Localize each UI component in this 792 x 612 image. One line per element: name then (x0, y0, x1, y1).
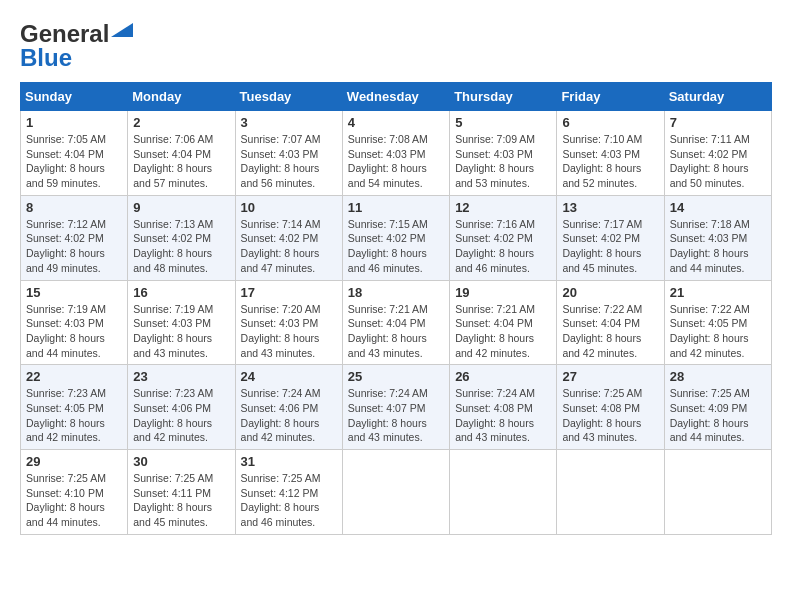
calendar-cell: 16Sunrise: 7:19 AMSunset: 4:03 PMDayligh… (128, 280, 235, 365)
calendar-cell: 5Sunrise: 7:09 AMSunset: 4:03 PMDaylight… (450, 111, 557, 196)
calendar-cell: 25Sunrise: 7:24 AMSunset: 4:07 PMDayligh… (342, 365, 449, 450)
weekday-header-tuesday: Tuesday (235, 83, 342, 111)
day-number: 5 (455, 115, 551, 130)
calendar-cell: 20Sunrise: 7:22 AMSunset: 4:04 PMDayligh… (557, 280, 664, 365)
day-number: 29 (26, 454, 122, 469)
calendar-week-2: 8Sunrise: 7:12 AMSunset: 4:02 PMDaylight… (21, 195, 772, 280)
day-info: Sunrise: 7:25 AMSunset: 4:09 PMDaylight:… (670, 386, 766, 445)
day-number: 22 (26, 369, 122, 384)
logo: General Blue (20, 20, 133, 72)
day-info: Sunrise: 7:25 AMSunset: 4:10 PMDaylight:… (26, 471, 122, 530)
day-number: 8 (26, 200, 122, 215)
calendar-cell: 6Sunrise: 7:10 AMSunset: 4:03 PMDaylight… (557, 111, 664, 196)
day-number: 17 (241, 285, 337, 300)
day-info: Sunrise: 7:18 AMSunset: 4:03 PMDaylight:… (670, 217, 766, 276)
day-number: 11 (348, 200, 444, 215)
day-info: Sunrise: 7:19 AMSunset: 4:03 PMDaylight:… (26, 302, 122, 361)
svg-marker-0 (111, 23, 133, 37)
day-info: Sunrise: 7:24 AMSunset: 4:06 PMDaylight:… (241, 386, 337, 445)
weekday-header-thursday: Thursday (450, 83, 557, 111)
calendar-cell (342, 450, 449, 535)
day-info: Sunrise: 7:24 AMSunset: 4:07 PMDaylight:… (348, 386, 444, 445)
day-number: 24 (241, 369, 337, 384)
calendar-cell: 14Sunrise: 7:18 AMSunset: 4:03 PMDayligh… (664, 195, 771, 280)
logo-icon (111, 19, 133, 41)
day-number: 2 (133, 115, 229, 130)
day-number: 31 (241, 454, 337, 469)
day-info: Sunrise: 7:12 AMSunset: 4:02 PMDaylight:… (26, 217, 122, 276)
day-info: Sunrise: 7:23 AMSunset: 4:05 PMDaylight:… (26, 386, 122, 445)
logo-blue: Blue (20, 44, 72, 72)
day-info: Sunrise: 7:10 AMSunset: 4:03 PMDaylight:… (562, 132, 658, 191)
calendar-cell: 9Sunrise: 7:13 AMSunset: 4:02 PMDaylight… (128, 195, 235, 280)
day-number: 26 (455, 369, 551, 384)
calendar-cell: 31Sunrise: 7:25 AMSunset: 4:12 PMDayligh… (235, 450, 342, 535)
day-info: Sunrise: 7:09 AMSunset: 4:03 PMDaylight:… (455, 132, 551, 191)
weekday-header-saturday: Saturday (664, 83, 771, 111)
day-number: 4 (348, 115, 444, 130)
calendar-cell: 7Sunrise: 7:11 AMSunset: 4:02 PMDaylight… (664, 111, 771, 196)
weekday-header-wednesday: Wednesday (342, 83, 449, 111)
day-number: 6 (562, 115, 658, 130)
day-info: Sunrise: 7:21 AMSunset: 4:04 PMDaylight:… (455, 302, 551, 361)
calendar-cell: 19Sunrise: 7:21 AMSunset: 4:04 PMDayligh… (450, 280, 557, 365)
day-info: Sunrise: 7:17 AMSunset: 4:02 PMDaylight:… (562, 217, 658, 276)
day-number: 13 (562, 200, 658, 215)
day-info: Sunrise: 7:06 AMSunset: 4:04 PMDaylight:… (133, 132, 229, 191)
day-number: 16 (133, 285, 229, 300)
calendar-cell: 18Sunrise: 7:21 AMSunset: 4:04 PMDayligh… (342, 280, 449, 365)
day-number: 10 (241, 200, 337, 215)
calendar-cell: 4Sunrise: 7:08 AMSunset: 4:03 PMDaylight… (342, 111, 449, 196)
header: General Blue (20, 20, 772, 72)
day-number: 21 (670, 285, 766, 300)
weekday-header-friday: Friday (557, 83, 664, 111)
day-info: Sunrise: 7:07 AMSunset: 4:03 PMDaylight:… (241, 132, 337, 191)
day-number: 9 (133, 200, 229, 215)
calendar-cell: 23Sunrise: 7:23 AMSunset: 4:06 PMDayligh… (128, 365, 235, 450)
day-number: 20 (562, 285, 658, 300)
calendar-cell (450, 450, 557, 535)
calendar-week-5: 29Sunrise: 7:25 AMSunset: 4:10 PMDayligh… (21, 450, 772, 535)
day-number: 3 (241, 115, 337, 130)
day-info: Sunrise: 7:05 AMSunset: 4:04 PMDaylight:… (26, 132, 122, 191)
day-info: Sunrise: 7:22 AMSunset: 4:05 PMDaylight:… (670, 302, 766, 361)
calendar-cell (557, 450, 664, 535)
calendar-cell: 12Sunrise: 7:16 AMSunset: 4:02 PMDayligh… (450, 195, 557, 280)
calendar-cell: 11Sunrise: 7:15 AMSunset: 4:02 PMDayligh… (342, 195, 449, 280)
calendar-cell: 21Sunrise: 7:22 AMSunset: 4:05 PMDayligh… (664, 280, 771, 365)
day-info: Sunrise: 7:21 AMSunset: 4:04 PMDaylight:… (348, 302, 444, 361)
day-number: 19 (455, 285, 551, 300)
day-info: Sunrise: 7:11 AMSunset: 4:02 PMDaylight:… (670, 132, 766, 191)
calendar-week-3: 15Sunrise: 7:19 AMSunset: 4:03 PMDayligh… (21, 280, 772, 365)
calendar-cell: 1Sunrise: 7:05 AMSunset: 4:04 PMDaylight… (21, 111, 128, 196)
calendar-cell: 28Sunrise: 7:25 AMSunset: 4:09 PMDayligh… (664, 365, 771, 450)
day-number: 14 (670, 200, 766, 215)
day-info: Sunrise: 7:22 AMSunset: 4:04 PMDaylight:… (562, 302, 658, 361)
day-info: Sunrise: 7:20 AMSunset: 4:03 PMDaylight:… (241, 302, 337, 361)
day-number: 23 (133, 369, 229, 384)
calendar-cell: 15Sunrise: 7:19 AMSunset: 4:03 PMDayligh… (21, 280, 128, 365)
day-info: Sunrise: 7:13 AMSunset: 4:02 PMDaylight:… (133, 217, 229, 276)
calendar-cell: 24Sunrise: 7:24 AMSunset: 4:06 PMDayligh… (235, 365, 342, 450)
calendar-cell: 30Sunrise: 7:25 AMSunset: 4:11 PMDayligh… (128, 450, 235, 535)
day-number: 15 (26, 285, 122, 300)
calendar-cell: 22Sunrise: 7:23 AMSunset: 4:05 PMDayligh… (21, 365, 128, 450)
calendar-week-4: 22Sunrise: 7:23 AMSunset: 4:05 PMDayligh… (21, 365, 772, 450)
day-number: 28 (670, 369, 766, 384)
day-info: Sunrise: 7:19 AMSunset: 4:03 PMDaylight:… (133, 302, 229, 361)
day-info: Sunrise: 7:25 AMSunset: 4:08 PMDaylight:… (562, 386, 658, 445)
calendar-week-1: 1Sunrise: 7:05 AMSunset: 4:04 PMDaylight… (21, 111, 772, 196)
day-number: 18 (348, 285, 444, 300)
day-number: 30 (133, 454, 229, 469)
calendar-cell: 2Sunrise: 7:06 AMSunset: 4:04 PMDaylight… (128, 111, 235, 196)
calendar-cell: 10Sunrise: 7:14 AMSunset: 4:02 PMDayligh… (235, 195, 342, 280)
day-number: 12 (455, 200, 551, 215)
day-info: Sunrise: 7:23 AMSunset: 4:06 PMDaylight:… (133, 386, 229, 445)
day-info: Sunrise: 7:24 AMSunset: 4:08 PMDaylight:… (455, 386, 551, 445)
day-info: Sunrise: 7:14 AMSunset: 4:02 PMDaylight:… (241, 217, 337, 276)
day-info: Sunrise: 7:25 AMSunset: 4:11 PMDaylight:… (133, 471, 229, 530)
weekday-header-sunday: Sunday (21, 83, 128, 111)
calendar-header-row: SundayMondayTuesdayWednesdayThursdayFrid… (21, 83, 772, 111)
calendar-cell: 3Sunrise: 7:07 AMSunset: 4:03 PMDaylight… (235, 111, 342, 196)
day-info: Sunrise: 7:15 AMSunset: 4:02 PMDaylight:… (348, 217, 444, 276)
